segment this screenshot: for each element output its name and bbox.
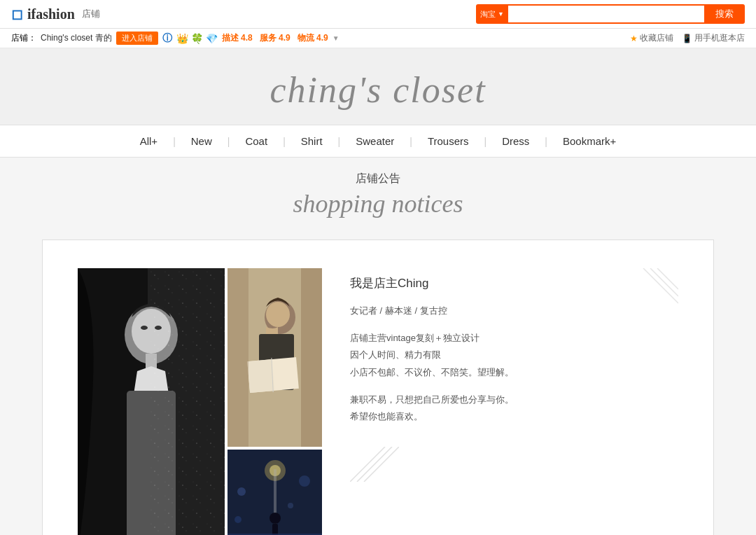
- svg-rect-8: [148, 268, 225, 535]
- star-icon: ★: [630, 34, 638, 43]
- svg-point-35: [234, 516, 241, 523]
- photo-main: [78, 268, 225, 535]
- dropdown-ratings-icon[interactable]: ▼: [332, 34, 340, 42]
- store-title: ching's closet: [14, 69, 742, 111]
- card-line5: 兼职不易，只想把自己所爱也分享与你。 希望你也能喜欢。: [350, 391, 678, 426]
- shop-name: Ching's closet 青的: [41, 32, 112, 44]
- card-heading: 我是店主Ching: [350, 275, 678, 291]
- nav-item-trousers[interactable]: Trousers: [412, 135, 484, 147]
- nav-item-new[interactable]: New: [176, 135, 227, 147]
- diamond-icon: 💎: [206, 33, 218, 44]
- bottom-right-photo-svg: [227, 450, 322, 535]
- hero-banner: ching's closet: [0, 48, 756, 125]
- nav-item-all[interactable]: All+: [125, 135, 173, 147]
- mobile-icon: 📱: [682, 34, 692, 43]
- svg-point-28: [270, 513, 281, 524]
- svg-line-41: [364, 447, 399, 482]
- svg-rect-29: [272, 524, 278, 535]
- nav-item-shirt[interactable]: Shirt: [286, 135, 338, 147]
- svg-line-37: [650, 268, 678, 296]
- leaf-icon: 🍀: [191, 33, 203, 44]
- logo-text: ifashion: [27, 6, 75, 22]
- rating-desc: 描述 4.8: [222, 32, 253, 44]
- taobao-label: 淘宝: [480, 9, 496, 20]
- top-left-section: ◻ ifashion 店铺: [11, 6, 100, 22]
- rating-service: 服务 4.9: [260, 32, 290, 44]
- shop-prefix: 店铺：: [11, 32, 36, 44]
- nav-item-coat[interactable]: Coat: [230, 135, 283, 147]
- taobao-badge: 淘宝 ▼: [476, 4, 508, 24]
- sub-bar: 店铺： Ching's closet 青的 进入店铺 ⓘ 👑 🍀 💎 描述 4.…: [0, 29, 756, 48]
- ratings: 描述 4.8 服务 4.9 物流 4.9: [222, 32, 328, 44]
- notice-title-cn: 店铺公告: [0, 172, 756, 186]
- svg-line-36: [643, 268, 678, 303]
- content-card: 我是店主Ching 女记者 / 赫本迷 / 复古控 店铺主营vintage复刻＋…: [42, 239, 714, 535]
- svg-rect-22: [227, 268, 322, 447]
- svg-point-33: [299, 475, 310, 487]
- photo-top-right: [227, 268, 322, 447]
- dropdown-icon[interactable]: ▼: [498, 11, 504, 18]
- mobile-browse-button[interactable]: 📱 用手机逛本店: [682, 32, 745, 44]
- deco-lines-bottom: [350, 447, 399, 482]
- photo-grid: [78, 268, 322, 535]
- enter-shop-button[interactable]: 进入店铺: [116, 32, 158, 45]
- deco-lines-top: [636, 268, 678, 324]
- nav-bar: All+ | New | Coat | Shirt | Sweater | Tr…: [0, 125, 756, 158]
- rating-logistics: 物流 4.9: [298, 32, 328, 44]
- svg-point-34: [288, 503, 293, 508]
- search-input[interactable]: [508, 4, 704, 24]
- svg-point-4: [141, 326, 148, 330]
- crown-icon: 👑: [176, 33, 188, 44]
- store-label: 店铺: [82, 8, 100, 20]
- sub-right: ★ 收藏店铺 📱 用手机逛本店: [630, 32, 745, 44]
- collect-store-button[interactable]: ★ 收藏店铺: [630, 32, 673, 44]
- sub-left: 店铺： Ching's closet 青的 进入店铺 ⓘ 👑 🍀 💎 描述 4.…: [11, 32, 340, 45]
- top-right-photo-svg: [227, 268, 322, 447]
- svg-line-39: [350, 447, 385, 482]
- info-icon: ⓘ: [162, 32, 172, 45]
- svg-point-32: [237, 487, 246, 496]
- card-line1: 女记者 / 赫本迷 / 复古控: [350, 303, 678, 320]
- card-line2: 店铺主营vintage复刻＋独立设计 因个人时间、精力有限 小店不包邮、不议价、…: [350, 330, 678, 382]
- nav-item-sweater[interactable]: Sweater: [340, 135, 410, 147]
- text-content: 我是店主Ching 女记者 / 赫本迷 / 复古控 店铺主营vintage复刻＋…: [350, 268, 678, 482]
- nav-item-dress[interactable]: Dress: [486, 135, 545, 147]
- svg-line-40: [357, 447, 392, 482]
- nav-item-bookmark[interactable]: Bookmark+: [547, 135, 631, 147]
- main-photo-svg: [78, 268, 225, 535]
- top-bar: ◻ ifashion 店铺 淘宝 ▼ 搜索: [0, 0, 756, 29]
- emoji-icons: 👑 🍀 💎: [176, 33, 218, 44]
- logo-area: ◻ ifashion 店铺: [11, 6, 100, 22]
- photo-bottom-right: [227, 450, 322, 535]
- search-bar: 淘宝 ▼ 搜索: [476, 4, 745, 24]
- search-button[interactable]: 搜索: [704, 4, 745, 24]
- logo-icon: ◻: [11, 6, 23, 22]
- notice-section: 店铺公告 shopping notices: [0, 158, 756, 225]
- notice-title-en: shopping notices: [0, 189, 756, 218]
